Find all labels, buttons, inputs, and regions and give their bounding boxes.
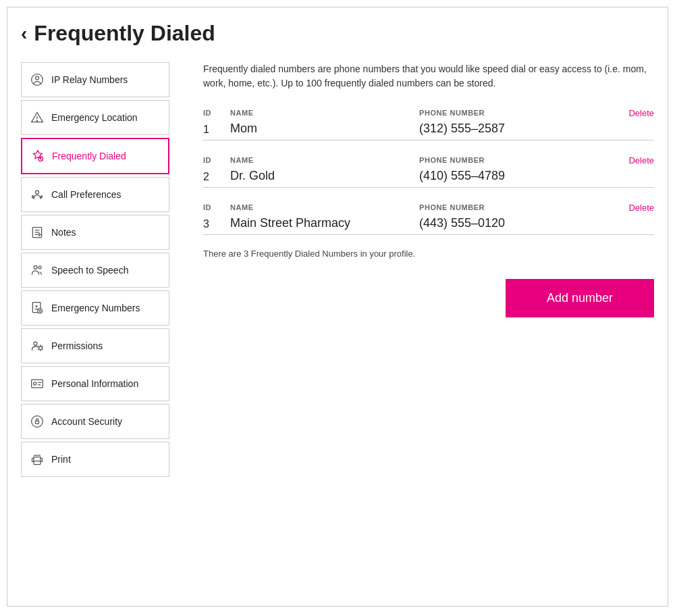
sidebar-item-personal-information[interactable]: Personal Information [21, 366, 169, 401]
star-gear-icon [30, 149, 45, 163]
back-arrow[interactable]: ‹ [21, 23, 27, 45]
sidebar: IP Relay Numbers Emergency Location [21, 62, 169, 480]
sidebar-item-emergency-numbers[interactable]: Emergency Numbers [21, 290, 169, 326]
entry-name-val-1: Mom [230, 122, 419, 136]
main-content: Frequently dialed numbers are phone numb… [190, 62, 654, 480]
content-area: IP Relay Numbers Emergency Location [21, 62, 654, 480]
delete-button-3[interactable]: Delete [628, 203, 654, 213]
sidebar-item-label: IP Relay Numbers [51, 74, 128, 85]
entry-values-3: 3 Main Street Pharmacy (443) 555–0120 [203, 216, 654, 235]
delete-button-1[interactable]: Delete [628, 108, 654, 118]
person-circle-icon [30, 72, 45, 87]
svg-point-19 [34, 342, 37, 345]
svg-point-5 [36, 190, 39, 194]
entry-name-val-3: Main Street Pharmacy [230, 216, 419, 230]
entry-name-header-2: NAME [230, 156, 419, 164]
persons-icon [30, 263, 45, 278]
entry-id-val-2: 2 [203, 171, 230, 183]
svg-point-10 [34, 265, 37, 269]
page-title: ‹ Frequently Dialed [21, 21, 654, 46]
entry-phone-val-2: (410) 555–4789 [419, 169, 614, 183]
entry-values-1: 1 Mom (312) 555–2587 [203, 122, 654, 140]
sidebar-item-notes[interactable]: Notes [21, 215, 169, 250]
person-headset-icon [30, 187, 45, 202]
entry-phone-header-3: PHONE NUMBER [419, 203, 614, 211]
count-text: There are 3 Frequently Dialed Numbers in… [203, 249, 654, 259]
sidebar-item-label: Emergency Numbers [51, 303, 140, 313]
entry-name-header: NAME [230, 109, 419, 117]
notes-icon [30, 225, 45, 240]
sidebar-item-frequently-dialed[interactable]: Frequently Dialed [21, 138, 169, 174]
entry-row-1: ID NAME PHONE NUMBER Delete 1 Mom (312) … [203, 107, 654, 140]
doc-plus-icon [30, 301, 45, 315]
svg-point-11 [38, 266, 41, 269]
sidebar-item-label: Frequently Dialed [52, 151, 126, 161]
entry-name-header-3: NAME [230, 203, 419, 211]
entry-name-val-2: Dr. Gold [230, 169, 419, 183]
entry-values-2: 2 Dr. Gold (410) 555–4789 [203, 169, 654, 188]
svg-point-3 [36, 120, 37, 121]
sidebar-item-label: Call Preferences [51, 189, 122, 200]
entry-id-header: ID [203, 109, 230, 117]
entry-row-3: ID NAME PHONE NUMBER Delete 3 Main Stree… [203, 201, 654, 235]
sidebar-item-call-preferences[interactable]: Call Preferences [21, 177, 169, 212]
sidebar-item-speech-to-speech[interactable]: Speech to Speech [21, 253, 169, 288]
page-title-text: Frequently Dialed [34, 21, 215, 46]
sidebar-item-label: Notes [51, 227, 76, 238]
entry-id-val-1: 1 [203, 124, 230, 136]
sidebar-item-print[interactable]: Print [21, 442, 169, 477]
svg-point-22 [34, 382, 36, 385]
page-container: ‹ Frequently Dialed IP Relay Numbers [7, 7, 668, 607]
entry-header-2: ID NAME PHONE NUMBER Delete [203, 154, 654, 166]
add-number-button[interactable]: Add number [506, 279, 654, 317]
svg-point-1 [36, 76, 39, 80]
sidebar-item-emergency-location[interactable]: Emergency Location [21, 100, 169, 135]
sidebar-item-label: Emergency Location [51, 112, 138, 123]
entry-phone-header: PHONE NUMBER [419, 109, 614, 117]
printer-icon [30, 452, 45, 467]
svg-rect-27 [34, 461, 40, 465]
svg-point-25 [32, 416, 43, 428]
lock-circle-icon [30, 414, 45, 429]
entry-phone-val-3: (443) 555–0120 [419, 216, 614, 230]
sidebar-item-label: Speech to Speech [51, 265, 128, 276]
svg-rect-26 [36, 421, 39, 424]
id-card-icon [30, 376, 45, 391]
entry-id-header-3: ID [203, 203, 230, 211]
sidebar-item-label: Personal Information [51, 378, 138, 389]
entry-phone-val-1: (312) 555–2587 [419, 122, 614, 136]
description-text: Frequently dialed numbers are phone numb… [203, 62, 654, 91]
entry-header-3: ID NAME PHONE NUMBER Delete [203, 201, 654, 213]
sidebar-item-label: Permissions [51, 340, 103, 351]
sidebar-item-permissions[interactable]: Permissions [21, 328, 169, 363]
entry-id-header-2: ID [203, 156, 230, 164]
key-person-icon [30, 338, 45, 353]
entry-phone-header-2: PHONE NUMBER [419, 156, 614, 164]
entry-id-val-3: 3 [203, 218, 230, 230]
delete-button-2[interactable]: Delete [628, 155, 654, 165]
entry-header-1: ID NAME PHONE NUMBER Delete [203, 107, 654, 119]
sidebar-item-label: Print [51, 454, 71, 465]
sidebar-item-label: Account Security [51, 416, 122, 427]
sidebar-item-ip-relay[interactable]: IP Relay Numbers [21, 62, 169, 97]
entry-row-2: ID NAME PHONE NUMBER Delete 2 Dr. Gold (… [203, 154, 654, 188]
sidebar-item-account-security[interactable]: Account Security [21, 404, 169, 439]
warning-triangle-icon [30, 110, 45, 125]
